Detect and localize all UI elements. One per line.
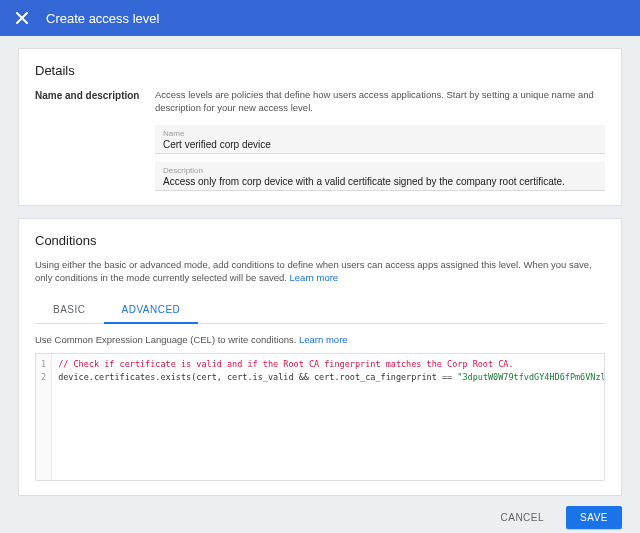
cel-code-editor[interactable]: 1 2 // Check if certificate is valid and… — [35, 353, 605, 481]
app-header: Create access level — [0, 0, 640, 36]
details-row-label: Name and description — [35, 88, 155, 191]
close-icon[interactable] — [12, 8, 32, 28]
cel-learn-more-link[interactable]: Learn more — [299, 334, 348, 345]
conditions-blurb: Using either the basic or advanced mode,… — [35, 258, 605, 285]
name-field[interactable]: Name Cert verified corp device — [155, 125, 605, 154]
name-field-label: Name — [163, 129, 597, 138]
cel-blurb: Use Common Expression Language (CEL) to … — [35, 334, 605, 345]
details-blurb: Access levels are policies that define h… — [155, 88, 605, 115]
learn-more-link[interactable]: Learn more — [290, 272, 339, 283]
name-field-value: Cert verified corp device — [163, 139, 597, 150]
cancel-button[interactable]: CANCEL — [486, 506, 558, 529]
details-heading: Details — [35, 63, 605, 78]
conditions-card: Conditions Using either the basic or adv… — [18, 218, 622, 497]
tab-advanced[interactable]: ADVANCED — [104, 296, 199, 324]
description-field[interactable]: Description Access only from corp device… — [155, 162, 605, 191]
page-title: Create access level — [46, 11, 159, 26]
mode-tabs: BASIC ADVANCED — [35, 296, 605, 324]
details-card: Details Name and description Access leve… — [18, 48, 622, 206]
save-button[interactable]: SAVE — [566, 506, 622, 529]
description-field-label: Description — [163, 166, 597, 175]
conditions-heading: Conditions — [35, 233, 605, 248]
footer-actions: CANCEL SAVE — [0, 496, 640, 529]
code-gutter: 1 2 — [36, 354, 52, 480]
tab-basic[interactable]: BASIC — [35, 296, 104, 323]
code-body: // Check if certificate is valid and if … — [52, 354, 604, 480]
description-field-value: Access only from corp device with a vali… — [163, 176, 597, 187]
